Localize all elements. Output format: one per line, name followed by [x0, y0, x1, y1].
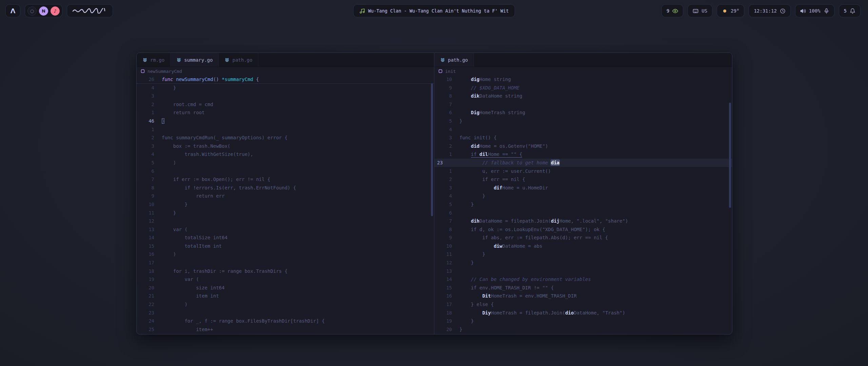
- code-line[interactable]: 11 }: [137, 209, 434, 217]
- code-line[interactable]: 9 return err: [137, 192, 434, 200]
- code-line[interactable]: 15 if env.HOME_TRASH_DIR != "" {: [434, 284, 732, 292]
- code-line[interactable]: 46}: [137, 117, 434, 125]
- breadcrumb-left[interactable]: newSummaryCmd: [137, 67, 434, 75]
- code-line[interactable]: 18 DiyHomeTrash = filepath.Join(dioDataH…: [434, 309, 732, 317]
- launcher-button[interactable]: Λ: [5, 4, 20, 17]
- code-line[interactable]: 7 dihDataHome = filepath.Join(dijHome, "…: [434, 217, 732, 225]
- tab-summary.go[interactable]: summary.go: [171, 53, 219, 67]
- code-line[interactable]: 16 DitHomeTrash = env.HOME_TRASH_DIR: [434, 292, 732, 300]
- volume-module[interactable]: 100%: [795, 4, 834, 17]
- code-line[interactable]: 1 if dilHome == "" {: [434, 150, 732, 159]
- code-line[interactable]: 22 ): [137, 300, 434, 309]
- code-line[interactable]: 17: [137, 259, 434, 267]
- scrollbar-left[interactable]: [431, 83, 433, 216]
- tab-path.go[interactable]: path.go: [434, 53, 474, 67]
- code-line[interactable]: 8 if d, ok := os.LookupEnv("XDG_DATA_HOM…: [434, 225, 732, 234]
- code-line[interactable]: 10 }: [137, 200, 434, 209]
- sticky-context-line[interactable]: 26func newSummaryCmd() *summaryCmd {: [137, 75, 434, 84]
- code-line[interactable]: 9 // $XDG_DATA_HOME: [434, 84, 732, 92]
- code-line[interactable]: 19 var (: [137, 275, 434, 284]
- code-line[interactable]: 2 if err == nil {: [434, 175, 732, 184]
- code-area-left[interactable]: 26func newSummaryCmd() *summaryCmd {4 }3…: [137, 75, 434, 334]
- clock-time: 12:31:12: [754, 8, 776, 14]
- code-line[interactable]: 2 root.cmd = cmd: [137, 100, 434, 109]
- code-line[interactable]: 6 DigHomeTrash string: [434, 108, 732, 117]
- line-number: 22: [137, 300, 154, 309]
- code-line[interactable]: 20 size int64: [137, 284, 434, 292]
- code-line[interactable]: 7 if err := box.Open(); err != nil {: [137, 175, 434, 184]
- code-line[interactable]: 14 totalSize int64: [137, 233, 434, 242]
- code-line[interactable]: 23: [137, 309, 434, 317]
- tab-rm.go[interactable]: rm.go: [137, 53, 171, 67]
- code-line[interactable]: 11 }: [434, 250, 732, 259]
- code-line[interactable]: 3func init() {: [434, 134, 732, 142]
- code-line[interactable]: 4 }: [137, 84, 434, 92]
- tab-path.go[interactable]: path.go: [219, 53, 258, 67]
- tab-label: summary.go: [184, 57, 213, 63]
- window-title-module[interactable]: [67, 4, 113, 17]
- code-line[interactable]: 5 ): [137, 159, 434, 167]
- code-line[interactable]: 8 if !errors.Is(err, trash.ErrNotFound) …: [137, 184, 434, 192]
- code-line[interactable]: 19 }: [434, 317, 732, 325]
- code-line[interactable]: 24 for _, f := range box.FilesByTrashDir…: [137, 317, 434, 325]
- code-line[interactable]: 4: [434, 125, 732, 134]
- scrollbar-right[interactable]: [729, 103, 731, 208]
- workspace-1[interactable]: ○: [27, 6, 37, 16]
- code-area-right[interactable]: 10 digHome string9 // $XDG_DATA_HOME8 di…: [434, 75, 732, 334]
- keyboard-icon: [693, 8, 698, 14]
- breadcrumb-label: init: [445, 69, 456, 74]
- code-line[interactable]: 13: [434, 267, 732, 276]
- code-line[interactable]: 3 difHome = u.HomeDir: [434, 184, 732, 192]
- code-line[interactable]: 20}: [434, 325, 732, 334]
- code-text: [452, 100, 459, 109]
- code-line[interactable]: 7: [434, 100, 732, 109]
- code-line[interactable]: 4 }: [434, 192, 732, 200]
- code-line[interactable]: 17 } else {: [434, 300, 732, 309]
- code-line[interactable]: 10 digHome string: [434, 75, 732, 84]
- workspace-3[interactable]: ♪: [51, 6, 60, 16]
- code-line[interactable]: 6: [137, 167, 434, 176]
- keyboard-layout-module[interactable]: US: [688, 4, 712, 17]
- code-line[interactable]: 10 diwDataHome = abs: [434, 242, 732, 250]
- code-text: if env.HOME_TRASH_DIR != "" {: [452, 284, 554, 292]
- weather-module[interactable]: 29°: [717, 4, 744, 17]
- code-line[interactable]: 5}: [434, 117, 732, 125]
- code-line[interactable]: 18 for i, trashDir := range box.TrashDir…: [137, 267, 434, 276]
- code-line[interactable]: 15 totalItem int: [137, 242, 434, 250]
- line-number: 4: [137, 150, 154, 159]
- idle-inhibitor-module[interactable]: 9: [662, 4, 683, 17]
- code-line[interactable]: 2 didHome = os.Getenv("HOME"): [434, 142, 732, 150]
- code-line[interactable]: 1 return root: [137, 108, 434, 117]
- code-line[interactable]: 14 // Can be changed by environment vari…: [434, 275, 732, 284]
- code-line[interactable]: 3 box := trash.NewBox(: [137, 142, 434, 150]
- code-line[interactable]: 12: [137, 217, 434, 225]
- notifications-module[interactable]: 5: [839, 4, 861, 17]
- code-line[interactable]: 4 trash.WithGetSize(true),: [137, 150, 434, 159]
- code-text: digHome string: [452, 75, 511, 84]
- code-line[interactable]: 21 item int: [137, 292, 434, 300]
- code-line[interactable]: 25 item++: [137, 325, 434, 334]
- code-text: var (: [154, 225, 188, 234]
- code-line[interactable]: 16 ): [137, 250, 434, 259]
- code-line[interactable]: 1: [137, 125, 434, 134]
- code-line[interactable]: 13 var (: [137, 225, 434, 234]
- line-number: 26: [137, 75, 154, 83]
- breadcrumb-right[interactable]: init: [434, 67, 732, 75]
- media-player-module[interactable]: Wu-Tang Clan - Wu-Tang Clan Ain't Nuthin…: [353, 4, 515, 17]
- code-line[interactable]: 9 if abs, err := filepath.Abs(d); err ==…: [434, 233, 732, 242]
- code-line[interactable]: 1 u, err := user.Current(): [434, 167, 732, 176]
- code-line[interactable]: 12 }: [434, 259, 732, 267]
- line-number: 18: [434, 309, 452, 317]
- code-line[interactable]: 8 dikDataHome string: [434, 92, 732, 100]
- code-line[interactable]: 5 }: [434, 200, 732, 209]
- workspace-2[interactable]: N: [39, 6, 48, 16]
- line-number: 2: [137, 134, 154, 142]
- code-line[interactable]: 2func summaryCmdRun(_ summaryOptions) er…: [137, 134, 434, 142]
- tab-bar-left: rm.go summary.go path.go: [137, 53, 434, 67]
- code-text: u, err := user.Current(): [452, 167, 551, 176]
- code-line[interactable]: 23 // fallback to get home dia: [434, 159, 732, 167]
- clock-module[interactable]: 12:31:12: [749, 4, 790, 17]
- code-text: [452, 125, 459, 134]
- code-line[interactable]: 3: [137, 92, 434, 100]
- code-line[interactable]: 6: [434, 209, 732, 217]
